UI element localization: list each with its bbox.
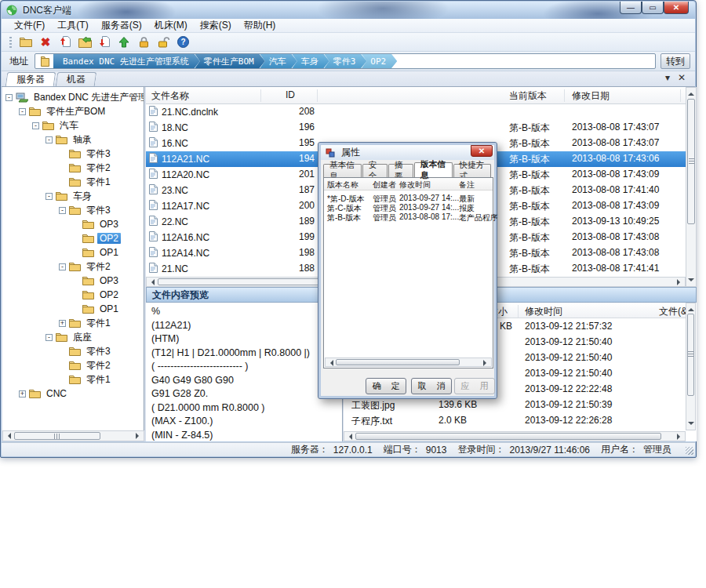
send-folder-icon[interactable] (78, 35, 92, 49)
expand-plus-icon[interactable]: + (59, 320, 66, 327)
scroll-right-icon[interactable] (483, 360, 489, 366)
attachment-vertical-scrollbar[interactable] (686, 303, 696, 430)
table-row[interactable]: 21.NC.dnclnk208 (146, 104, 686, 120)
view-tab-server[interactable]: 服务器 (5, 72, 56, 86)
dialog-tab-4[interactable]: 快捷方式 (453, 164, 492, 177)
column-modified-time[interactable]: 修改时间 (399, 180, 431, 191)
tree-item[interactable]: -零件2 (2, 260, 144, 274)
tree-item[interactable]: OP1 (2, 302, 144, 316)
breadcrumb-segment-0[interactable]: Bandex DNC 先进生产管理系统 (53, 53, 200, 69)
tree-item[interactable]: +CNC (2, 387, 144, 401)
help-icon[interactable]: ? (176, 35, 190, 49)
tree-item[interactable]: -Bandex DNC 先进生产管理系统 (2, 90, 144, 104)
panel-menu-icon[interactable]: ▾ (665, 73, 670, 82)
dialog-tab-1[interactable]: 安全 (362, 164, 388, 177)
attachment-horizontal-scrollbar[interactable] (344, 431, 686, 441)
scroll-left-icon[interactable] (327, 360, 333, 366)
dialog-title-bar[interactable]: 属性 ✕ (321, 145, 494, 160)
version-list-header[interactable]: 版本名称 创建者 修改时间 备注 (324, 178, 493, 191)
close-button[interactable]: ✕ (664, 2, 689, 14)
scrollbar-thumb[interactable] (336, 359, 460, 365)
tree-item[interactable]: +零件1 (2, 316, 144, 330)
ok-button[interactable]: 确 定 (366, 378, 406, 394)
menu-item-4[interactable]: 搜索(S) (194, 18, 238, 33)
tree-item[interactable]: 零件1 (2, 175, 144, 189)
column-file-name[interactable]: 文件名称 (151, 89, 189, 103)
menu-item-2[interactable]: 服务器(S) (95, 18, 148, 33)
maximize-button[interactable]: ▭ (642, 2, 664, 14)
dialog-tab-0[interactable]: 基本信息 (323, 164, 362, 177)
version-row[interactable]: *第-D-版本管理员2013-09-27 14:...最新 (324, 194, 493, 203)
file-list-header[interactable]: 文件名称 ID 当前版本 修改日期 (146, 87, 686, 104)
breadcrumb-segment-4[interactable]: 零件3 (324, 53, 367, 69)
breadcrumb-segment-3[interactable]: 车身 (292, 53, 329, 69)
tree-item[interactable]: OP3 (2, 274, 144, 288)
tree-item[interactable]: OP1 (2, 245, 144, 260)
column-current-version[interactable]: 当前版本 (509, 89, 547, 103)
expand-minus-icon[interactable]: - (45, 193, 53, 200)
scrollbar-thumb[interactable] (355, 433, 661, 440)
column-creator[interactable]: 创建者 (373, 180, 396, 191)
column-modified-date[interactable]: 修改日期 (572, 89, 610, 103)
tree-item[interactable]: 零件1 (2, 372, 144, 387)
tree-horizontal-scrollbar[interactable] (2, 430, 144, 441)
toolbar-grip[interactable] (9, 37, 12, 48)
expand-minus-icon[interactable]: - (19, 108, 26, 115)
scroll-left-icon[interactable] (148, 279, 155, 285)
dialog-tab-3[interactable]: 版本信息 (414, 162, 453, 177)
scroll-down-icon[interactable] (688, 422, 694, 428)
cancel-button[interactable]: 取 消 (411, 378, 452, 394)
expand-plus-icon[interactable]: + (19, 390, 26, 397)
version-row[interactable]: 第-B-版本管理员2013-08-08 17:...老产品程序 (324, 212, 493, 222)
upload-arrow-icon[interactable] (117, 35, 131, 49)
tree-item[interactable]: OP2 (2, 231, 144, 245)
panel-close-icon[interactable]: ✕ (678, 73, 686, 82)
title-bar[interactable]: DNC客户端 — ▭ ✕ (2, 2, 695, 19)
unlock-icon[interactable] (156, 35, 170, 49)
scroll-left-icon[interactable] (5, 433, 11, 439)
column-modified-time[interactable]: 修改时间 (525, 305, 562, 318)
view-tab-machine[interactable]: 机器 (56, 72, 97, 86)
tree-item[interactable]: -底座 (2, 330, 144, 344)
minimize-button[interactable]: — (620, 2, 642, 14)
expand-minus-icon[interactable]: - (59, 207, 66, 214)
scrollbar-thumb[interactable] (687, 99, 695, 224)
scrollbar-thumb[interactable] (687, 314, 694, 396)
tree-item[interactable]: 零件2 (2, 358, 144, 372)
tree-item[interactable]: -轴承 (2, 132, 144, 147)
checkin-document-icon[interactable] (58, 35, 72, 49)
resize-grip[interactable] (686, 447, 693, 455)
checkout-document-icon[interactable] (97, 35, 111, 49)
dialog-horizontal-scrollbar[interactable] (325, 358, 492, 367)
scroll-right-icon[interactable] (677, 279, 683, 285)
expand-minus-icon[interactable]: - (32, 122, 39, 129)
tree-item[interactable]: -车身 (2, 189, 144, 203)
scroll-left-icon[interactable] (346, 434, 352, 440)
delete-icon[interactable]: ✖ (38, 35, 53, 49)
folder-icon[interactable] (19, 35, 33, 49)
column-file[interactable]: 文件(& (659, 305, 687, 318)
tree-item[interactable]: -汽车 (2, 118, 144, 132)
dialog-close-button[interactable]: ✕ (471, 145, 493, 157)
column-note[interactable]: 备注 (459, 180, 475, 191)
menu-item-3[interactable]: 机床(M) (148, 18, 194, 33)
tree-item[interactable]: 零件2 (2, 161, 144, 175)
column-id[interactable]: ID (286, 89, 295, 100)
menu-item-0[interactable]: 文件(F) (8, 18, 51, 33)
tree-item[interactable]: OP2 (2, 288, 144, 302)
attachment-row[interactable]: 工装图.jpg139.6 KB2013-09-12 21:50:39 (344, 397, 686, 413)
expand-minus-icon[interactable]: - (45, 334, 53, 341)
column-version-name[interactable]: 版本名称 (327, 180, 358, 191)
attachment-row[interactable]: 子程序.txt2.0 KB2013-09-12 22:26:28 (344, 413, 686, 429)
expand-minus-icon[interactable]: - (5, 94, 13, 101)
version-row[interactable]: 第-C-版本管理员2013-09-27 14:...报废 (324, 203, 493, 212)
scroll-up-icon[interactable] (688, 305, 694, 311)
table-row[interactable]: 18.NC196第-B-版本2013-08-08 17:43:07 (146, 120, 686, 136)
scroll-up-icon[interactable] (688, 89, 694, 96)
tree-item[interactable]: -零件生产BOM (2, 104, 144, 118)
breadcrumb-segment-2[interactable]: 汽车 (260, 53, 297, 69)
file-list-vertical-scrollbar[interactable] (686, 87, 697, 287)
scroll-right-icon[interactable] (136, 433, 142, 439)
expand-minus-icon[interactable]: - (59, 263, 66, 270)
tree-item[interactable]: -零件3 (2, 203, 144, 217)
